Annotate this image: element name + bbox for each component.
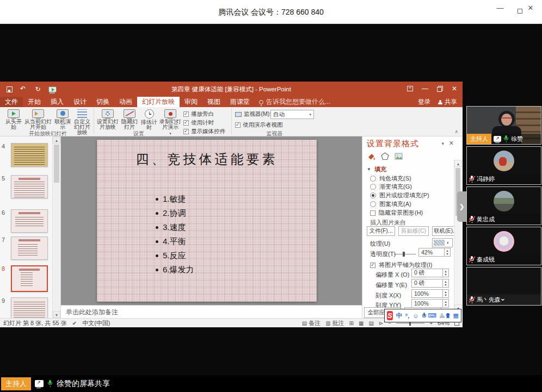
slide-thumbnail-selected[interactable] bbox=[11, 265, 48, 292]
presenter-view-checkbox[interactable]: 使用演示者视图 bbox=[235, 121, 283, 129]
ime-mode-button[interactable]: 中 bbox=[396, 312, 402, 320]
ppt-close-button[interactable]: ✕ bbox=[452, 85, 457, 92]
tile-picture-checkbox[interactable]: 将图片平铺为纹理(I) bbox=[370, 261, 432, 269]
slide-thumbnail-pane: 4 5 6 7 8 9 bbox=[0, 136, 61, 318]
file-button[interactable]: 文件(F)... bbox=[367, 226, 395, 236]
checkbox-icon bbox=[235, 122, 241, 128]
tab-yuketang[interactable]: 雨课堂 bbox=[225, 97, 255, 107]
tab-design[interactable]: 设计 bbox=[69, 97, 91, 107]
clipboard-button[interactable]: 剪贴板(C) bbox=[398, 226, 429, 236]
gradient-fill-radio[interactable]: 渐变填充(G) bbox=[370, 183, 412, 191]
tab-home[interactable]: 开始 bbox=[23, 97, 46, 107]
hide-slide-button[interactable]: 隐藏幻灯片 bbox=[120, 109, 139, 130]
slide-thumbnail[interactable] bbox=[11, 297, 48, 318]
keyboard-icon[interactable]: ⌨ bbox=[428, 312, 436, 319]
notes-pane[interactable]: 单击此处添加备注 bbox=[61, 305, 362, 318]
tell-me-box[interactable]: 告诉我您想要做什么... bbox=[255, 97, 335, 107]
meeting-titlebar: 腾讯会议 会议号：728 660 840 — ✕ bbox=[0, 0, 542, 24]
panel-menu-icon[interactable]: ▾ bbox=[441, 141, 444, 146]
panel-close-icon[interactable]: ✕ bbox=[449, 140, 454, 147]
panel-scrollbar[interactable]: ▲ ▼ bbox=[454, 160, 462, 316]
radio-selected-icon bbox=[370, 192, 376, 198]
fill-bucket-icon[interactable] bbox=[367, 152, 376, 162]
meeting-maximize-button[interactable] bbox=[518, 9, 522, 14]
scale-x-spinner[interactable]: 100% ▲▼ bbox=[411, 289, 449, 298]
sign-in-button[interactable]: 登录 bbox=[418, 98, 430, 106]
scale-y-spinner[interactable]: 100% ▲▼ bbox=[411, 299, 449, 308]
emoji-icon[interactable]: ☺ bbox=[412, 313, 418, 319]
zoom-slider[interactable] bbox=[396, 323, 424, 323]
tab-view[interactable]: 视图 bbox=[202, 97, 225, 107]
ppt-minimize-button[interactable]: — bbox=[422, 85, 428, 92]
tab-file[interactable]: 文件 bbox=[0, 97, 23, 107]
transparency-slider[interactable] bbox=[394, 254, 416, 254]
hide-background-checkbox[interactable]: 隐藏背景图形(H) bbox=[370, 209, 423, 217]
setup-slideshow-button[interactable]: 设置幻灯片放映 bbox=[96, 109, 120, 130]
language-status[interactable]: 中文(中国) bbox=[82, 319, 110, 327]
collapse-ribbon-icon[interactable]: ∧ bbox=[454, 129, 458, 134]
voice-input-icon[interactable] bbox=[422, 313, 424, 319]
fill-section-header[interactable]: ▼ 填充 bbox=[367, 165, 386, 173]
video-panel-collapse-tab[interactable]: ❯ bbox=[457, 191, 466, 222]
video-tile[interactable]: 冯静婷 bbox=[466, 146, 541, 185]
avatar bbox=[494, 231, 514, 252]
video-tile[interactable]: 秦成锐 bbox=[466, 227, 541, 265]
tab-review[interactable]: 审阅 bbox=[180, 97, 202, 107]
solid-fill-radio[interactable]: 纯色填充(S) bbox=[370, 175, 411, 183]
radio-icon bbox=[370, 201, 376, 207]
video-tile-host[interactable]: 主持人 徐赞 bbox=[466, 106, 541, 145]
ribbon-display-options-icon[interactable] bbox=[407, 86, 413, 91]
radio-icon bbox=[370, 176, 376, 182]
monitor-dropdown[interactable]: 自动▾ bbox=[270, 110, 314, 119]
comments-toggle[interactable]: ▥批注 bbox=[325, 319, 344, 327]
play-narrations-checkbox[interactable]: 播放旁白 bbox=[183, 110, 214, 118]
tab-insert[interactable]: 插入 bbox=[46, 97, 69, 107]
meeting-close-button[interactable]: ✕ bbox=[522, 0, 539, 16]
tab-transitions[interactable]: 切换 bbox=[91, 97, 114, 107]
slide-canvas[interactable]: 四、竞技体适能要素 1.敏捷 2.协调 3.速度 4.平衡 5.反应 6.爆发力 bbox=[97, 140, 317, 302]
tab-animations[interactable]: 动画 bbox=[114, 97, 137, 107]
picture-icon[interactable] bbox=[394, 152, 403, 162]
transparency-spinner[interactable]: 42% ▲▼ bbox=[418, 248, 451, 257]
rehearse-timings-button[interactable]: 排练计时 bbox=[139, 109, 159, 130]
sogou-logo[interactable]: S bbox=[387, 311, 393, 320]
insert-picture-from-label: 插入图片来自 bbox=[370, 219, 406, 227]
slide-thumbnail[interactable] bbox=[11, 143, 48, 167]
video-tile[interactable]: 黄忠成 bbox=[466, 186, 541, 225]
tab-slideshow[interactable]: 幻灯片放映 bbox=[137, 97, 180, 107]
spinner-arrows[interactable]: ▲▼ bbox=[445, 248, 451, 257]
from-beginning-button[interactable]: 从头开始 bbox=[3, 109, 24, 130]
shape-pentagon-icon[interactable] bbox=[380, 152, 390, 162]
slide-sorter-icon[interactable]: ▦ bbox=[359, 320, 364, 326]
from-current-slide-button[interactable]: 从当前幻灯片开始 bbox=[24, 109, 52, 130]
texture-picker-button[interactable]: ▾ bbox=[432, 238, 453, 247]
ime-punctuation-button[interactable]: °, bbox=[405, 313, 409, 319]
spellcheck-icon[interactable]: ✔ bbox=[72, 320, 77, 326]
account-icon[interactable] bbox=[440, 313, 443, 319]
picture-fill-radio[interactable]: 图片或纹理填充(P) bbox=[370, 191, 429, 200]
use-timings-checkbox[interactable]: 使用计时 bbox=[183, 119, 214, 127]
slide-thumbnail[interactable] bbox=[11, 175, 48, 198]
slide-thumbnail[interactable] bbox=[11, 237, 48, 260]
ppt-restore-button[interactable] bbox=[437, 86, 443, 92]
show-media-controls-checkbox[interactable]: 显示媒体控件 bbox=[183, 128, 225, 135]
meeting-minimize-button[interactable]: — bbox=[492, 0, 508, 16]
monitor-slash-icon bbox=[124, 109, 136, 118]
skin-icon[interactable] bbox=[446, 313, 450, 318]
toolbox-icon[interactable]: ▦ bbox=[453, 312, 459, 319]
pattern-fill-radio[interactable]: 图案填充(A) bbox=[370, 200, 411, 208]
participant-name: 秦成锐 bbox=[477, 256, 495, 264]
reading-view-icon[interactable]: ▤ bbox=[368, 320, 373, 326]
offset-y-spinner[interactable]: 0 磅 ▲▼ bbox=[411, 279, 449, 288]
participant-name: 黄忠成 bbox=[477, 215, 495, 223]
slideshow-view-icon[interactable]: ⊳ bbox=[379, 320, 383, 326]
slide-thumbnail[interactable] bbox=[11, 209, 48, 233]
chevron-down-icon[interactable]: ⌄ bbox=[500, 294, 506, 302]
offset-x-spinner[interactable]: 0 磅 ▲▼ bbox=[411, 269, 449, 277]
scrollbar-thumb[interactable] bbox=[54, 145, 59, 183]
normal-view-icon[interactable]: ⊞ bbox=[349, 320, 354, 326]
share-button[interactable]: 共享 bbox=[438, 98, 457, 106]
texture-label: 纹理(U) bbox=[370, 240, 390, 248]
thumbnail-scrollbar[interactable]: ▲ ▼ bbox=[52, 136, 60, 318]
notes-toggle[interactable]: ▤备注 bbox=[302, 319, 321, 327]
